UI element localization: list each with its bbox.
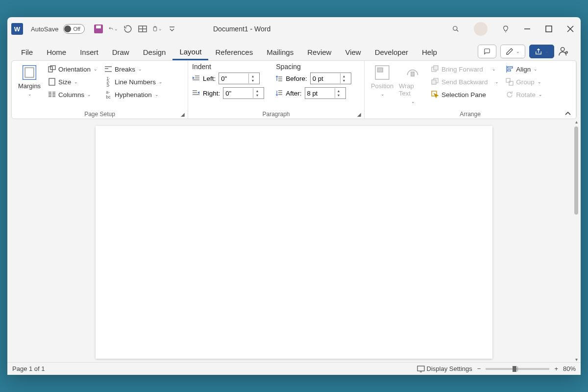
margins-icon: [22, 65, 37, 80]
scroll-up-icon[interactable]: ▴: [575, 119, 578, 124]
tab-layout[interactable]: Layout: [172, 44, 208, 60]
persona-button[interactable]: [558, 46, 569, 57]
svg-rect-54: [509, 81, 513, 85]
wrap-text-button[interactable]: Wrap Text⌄: [399, 63, 426, 104]
svg-rect-43: [377, 68, 383, 72]
position-button[interactable]: Position⌄: [368, 63, 396, 97]
svg-rect-51: [508, 67, 513, 68]
spin-down-icon[interactable]: ▾: [341, 78, 348, 83]
line-numbers-button[interactable]: 1·2·3·Line Numbers⌄: [102, 76, 165, 87]
autosave-label: AutoSave: [31, 25, 58, 33]
tab-references[interactable]: References: [208, 44, 260, 60]
tab-draw[interactable]: Draw: [105, 44, 136, 60]
close-button[interactable]: [567, 25, 574, 32]
undo-button[interactable]: ⌄: [108, 24, 118, 34]
hyphenation-button[interactable]: a-bcHyphenation⌄: [102, 89, 165, 100]
spin-down-icon[interactable]: ▾: [335, 93, 343, 98]
document-page[interactable]: [96, 126, 492, 359]
paragraph-launcher[interactable]: ◢: [357, 112, 361, 117]
qat-customize[interactable]: [167, 24, 177, 34]
svg-rect-53: [506, 78, 510, 82]
breaks-button[interactable]: Breaks⌄: [102, 64, 165, 74]
indent-right-input[interactable]: ▴▾: [223, 87, 264, 99]
minimize-button[interactable]: [524, 25, 531, 32]
spin-down-icon[interactable]: ▾: [249, 78, 256, 83]
autosave-toggle[interactable]: Off: [63, 24, 85, 34]
margins-label: Margins: [18, 82, 41, 90]
bring-forward-icon: [431, 65, 439, 73]
help-button[interactable]: [502, 25, 509, 32]
indent-left-input[interactable]: ▴▾: [219, 73, 260, 84]
tab-developer[interactable]: Developer: [368, 44, 415, 60]
spin-up-icon[interactable]: ▴: [253, 89, 261, 93]
align-button[interactable]: Align⌄: [504, 64, 544, 74]
comments-button[interactable]: [478, 45, 496, 58]
search-button[interactable]: [452, 25, 459, 32]
chevron-up-icon: [564, 111, 571, 116]
send-backward-button[interactable]: Send Backward ⌄: [429, 76, 501, 87]
zoom-slider[interactable]: [486, 368, 549, 370]
tab-view[interactable]: View: [338, 44, 368, 60]
svg-rect-52: [508, 70, 511, 71]
tab-file[interactable]: File: [14, 44, 40, 60]
vertical-scrollbar[interactable]: ▴ ▾: [573, 119, 580, 362]
zoom-out-button[interactable]: −: [477, 365, 481, 372]
save-button[interactable]: [94, 24, 103, 34]
spin-down-icon[interactable]: ▾: [253, 93, 261, 98]
selection-pane-button[interactable]: Selection Pane: [429, 89, 501, 100]
margins-button[interactable]: Margins ⌄: [16, 63, 43, 97]
group-page-setup: Margins ⌄ Orientation⌄ Size⌄ Columns⌄ Br…: [12, 61, 188, 119]
orientation-button[interactable]: Orientation⌄: [46, 64, 99, 74]
redo-icon: [123, 24, 132, 33]
svg-rect-15: [25, 68, 34, 77]
svg-rect-48: [432, 80, 436, 84]
tab-insert[interactable]: Insert: [73, 44, 105, 60]
scroll-down-icon[interactable]: ▾: [575, 357, 578, 362]
spacing-after-input[interactable]: ▴▾: [305, 87, 346, 99]
account-button[interactable]: [474, 22, 488, 36]
spin-up-icon[interactable]: ▴: [335, 89, 343, 93]
spacing-before-input[interactable]: ▴▾: [310, 73, 351, 84]
group-title-arrange: Arrange: [460, 111, 481, 118]
zoom-value[interactable]: 80%: [563, 365, 576, 372]
tab-help[interactable]: Help: [415, 44, 444, 60]
svg-point-13: [566, 51, 568, 53]
spacing-before-icon: [276, 74, 283, 82]
table-button[interactable]: [138, 24, 147, 34]
page-info[interactable]: Page 1 of 1: [12, 365, 45, 372]
word-app-icon: W: [11, 23, 23, 35]
zoom-in-button[interactable]: +: [554, 365, 558, 372]
ribbon-tabs: File Home Insert Draw Design Layout Refe…: [7, 41, 581, 60]
lightbulb-icon: [502, 24, 509, 33]
share-button[interactable]: ⌄: [529, 45, 554, 58]
group-button[interactable]: Group⌄: [504, 76, 544, 87]
tab-mailings[interactable]: Mailings: [260, 44, 300, 60]
save-icon: [94, 24, 103, 33]
editing-mode-button[interactable]: ⌄: [500, 45, 525, 58]
search-icon: [452, 24, 459, 33]
bring-forward-button[interactable]: Bring Forward ⌄: [429, 64, 501, 74]
scroll-thumb[interactable]: [574, 126, 578, 215]
page-setup-launcher[interactable]: ◢: [181, 112, 185, 117]
document-title: Document1 - Word: [213, 25, 270, 33]
svg-rect-17: [50, 66, 55, 70]
tab-design[interactable]: Design: [136, 44, 173, 60]
paste-button[interactable]: ⌄: [152, 24, 162, 34]
align-icon: [506, 65, 514, 73]
size-button[interactable]: Size⌄: [46, 76, 99, 87]
share-icon: [535, 48, 542, 55]
spin-up-icon[interactable]: ▴: [249, 74, 256, 78]
tab-review[interactable]: Review: [300, 44, 338, 60]
tab-home[interactable]: Home: [40, 44, 73, 60]
size-icon: [49, 78, 55, 86]
maximize-button[interactable]: [545, 25, 552, 32]
close-icon: [567, 25, 574, 32]
spin-up-icon[interactable]: ▴: [341, 74, 348, 78]
redo-button[interactable]: [123, 24, 133, 34]
columns-button[interactable]: Columns⌄: [46, 89, 99, 100]
breaks-icon: [104, 66, 112, 73]
indent-right-icon: [192, 90, 200, 97]
rotate-button[interactable]: Rotate⌄: [504, 89, 544, 100]
collapse-ribbon-button[interactable]: [564, 111, 571, 116]
display-settings-button[interactable]: Display Settings: [417, 365, 472, 372]
